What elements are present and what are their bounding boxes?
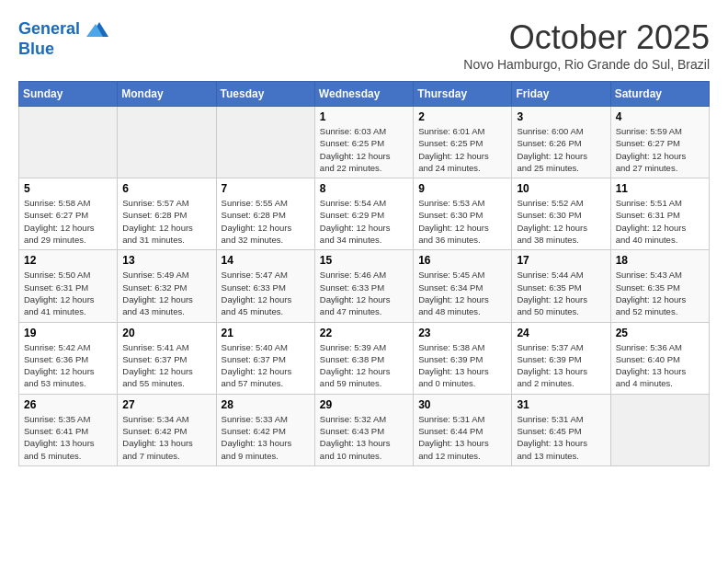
weekday-header-saturday: Saturday [610,82,709,107]
day-number: 30 [418,398,506,411]
calendar-cell: 19Sunrise: 5:42 AM Sunset: 6:36 PM Dayli… [19,322,118,394]
calendar-week-2: 5Sunrise: 5:58 AM Sunset: 6:27 PM Daylig… [19,178,710,250]
day-number: 13 [122,254,210,267]
calendar-cell: 20Sunrise: 5:41 AM Sunset: 6:37 PM Dayli… [118,322,216,394]
calendar-cell: 31Sunrise: 5:31 AM Sunset: 6:45 PM Dayli… [512,394,610,465]
day-info: Sunrise: 6:01 AM Sunset: 6:25 PM Dayligh… [418,125,506,174]
day-info: Sunrise: 5:31 AM Sunset: 6:45 PM Dayligh… [517,413,605,462]
calendar-cell: 25Sunrise: 5:36 AM Sunset: 6:40 PM Dayli… [610,322,709,394]
calendar-cell: 8Sunrise: 5:54 AM Sunset: 6:29 PM Daylig… [314,178,413,250]
day-info: Sunrise: 5:37 AM Sunset: 6:39 PM Dayligh… [517,341,605,390]
day-info: Sunrise: 5:34 AM Sunset: 6:42 PM Dayligh… [122,413,210,462]
day-info: Sunrise: 5:38 AM Sunset: 6:39 PM Dayligh… [418,341,506,390]
calendar-cell: 29Sunrise: 5:32 AM Sunset: 6:43 PM Dayli… [314,394,413,465]
day-info: Sunrise: 5:35 AM Sunset: 6:41 PM Dayligh… [24,413,112,462]
day-info: Sunrise: 5:43 AM Sunset: 6:35 PM Dayligh… [616,269,704,317]
calendar-cell: 12Sunrise: 5:50 AM Sunset: 6:31 PM Dayli… [19,250,118,322]
day-info: Sunrise: 5:51 AM Sunset: 6:31 PM Dayligh… [616,197,704,246]
day-number: 24 [517,327,605,339]
day-number: 15 [320,254,408,267]
calendar-cell [610,394,709,465]
day-info: Sunrise: 5:46 AM Sunset: 6:33 PM Dayligh… [320,269,408,317]
calendar-cell [19,107,118,178]
calendar-cell: 17Sunrise: 5:44 AM Sunset: 6:35 PM Dayli… [512,250,610,322]
day-info: Sunrise: 5:52 AM Sunset: 6:30 PM Dayligh… [517,197,605,246]
day-number: 23 [418,327,506,339]
day-info: Sunrise: 5:44 AM Sunset: 6:35 PM Dayligh… [517,269,605,317]
calendar-cell: 13Sunrise: 5:49 AM Sunset: 6:32 PM Dayli… [118,250,216,322]
calendar-cell: 18Sunrise: 5:43 AM Sunset: 6:35 PM Dayli… [610,250,709,322]
day-number: 11 [616,182,704,195]
calendar-cell: 9Sunrise: 5:53 AM Sunset: 6:30 PM Daylig… [414,178,512,250]
calendar-cell: 24Sunrise: 5:37 AM Sunset: 6:39 PM Dayli… [512,322,610,394]
day-info: Sunrise: 6:03 AM Sunset: 6:25 PM Dayligh… [320,125,408,174]
day-info: Sunrise: 5:40 AM Sunset: 6:37 PM Dayligh… [222,341,310,390]
day-number: 17 [517,254,605,267]
day-info: Sunrise: 5:45 AM Sunset: 6:34 PM Dayligh… [418,269,506,317]
day-info: Sunrise: 5:41 AM Sunset: 6:37 PM Dayligh… [122,341,210,390]
day-info: Sunrise: 5:53 AM Sunset: 6:30 PM Dayligh… [418,197,506,246]
logo-blue: Blue [18,40,54,58]
day-number: 6 [122,182,210,195]
day-number: 4 [616,110,704,123]
calendar-cell: 27Sunrise: 5:34 AM Sunset: 6:42 PM Dayli… [118,394,216,465]
day-number: 16 [418,254,506,267]
calendar-cell: 10Sunrise: 5:52 AM Sunset: 6:30 PM Dayli… [512,178,610,250]
calendar-cell: 26Sunrise: 5:35 AM Sunset: 6:41 PM Dayli… [19,394,118,465]
calendar-cell: 23Sunrise: 5:38 AM Sunset: 6:39 PM Dayli… [414,322,512,394]
day-number: 1 [320,110,408,123]
day-info: Sunrise: 5:49 AM Sunset: 6:32 PM Dayligh… [122,269,210,317]
calendar-cell: 6Sunrise: 5:57 AM Sunset: 6:28 PM Daylig… [118,178,216,250]
calendar-cell: 22Sunrise: 5:39 AM Sunset: 6:38 PM Dayli… [314,322,413,394]
day-number: 25 [616,327,704,339]
calendar-cell: 30Sunrise: 5:31 AM Sunset: 6:44 PM Dayli… [414,394,512,465]
day-number: 21 [222,327,310,339]
calendar-cell [216,107,314,178]
day-info: Sunrise: 5:50 AM Sunset: 6:31 PM Dayligh… [24,269,112,317]
day-number: 10 [517,182,605,195]
calendar-cell: 2Sunrise: 6:01 AM Sunset: 6:25 PM Daylig… [414,107,512,178]
day-info: Sunrise: 5:57 AM Sunset: 6:28 PM Dayligh… [122,197,210,246]
day-number: 12 [24,254,112,267]
day-info: Sunrise: 5:47 AM Sunset: 6:33 PM Dayligh… [222,269,310,317]
day-number: 19 [24,327,112,339]
day-info: Sunrise: 5:31 AM Sunset: 6:44 PM Dayligh… [418,413,506,462]
day-info: Sunrise: 5:58 AM Sunset: 6:27 PM Dayligh… [24,197,112,246]
calendar-week-1: 1Sunrise: 6:03 AM Sunset: 6:25 PM Daylig… [19,107,710,178]
location: Novo Hamburgo, Rio Grande do Sul, Brazil [463,57,710,72]
day-info: Sunrise: 5:33 AM Sunset: 6:42 PM Dayligh… [222,413,310,462]
day-info: Sunrise: 5:55 AM Sunset: 6:28 PM Dayligh… [222,197,310,246]
day-number: 14 [222,254,310,267]
weekday-header-sunday: Sunday [19,82,118,107]
day-number: 3 [517,110,605,123]
calendar-cell [118,107,216,178]
calendar-cell: 16Sunrise: 5:45 AM Sunset: 6:34 PM Dayli… [414,250,512,322]
day-number: 9 [418,182,506,195]
day-number: 18 [616,254,704,267]
day-number: 27 [122,398,210,411]
calendar-cell: 21Sunrise: 5:40 AM Sunset: 6:37 PM Dayli… [216,322,314,394]
day-info: Sunrise: 5:59 AM Sunset: 6:27 PM Dayligh… [616,125,704,174]
day-info: Sunrise: 5:36 AM Sunset: 6:40 PM Dayligh… [616,341,704,390]
logo-text: General Blue [18,18,108,59]
day-number: 31 [517,398,605,411]
logo: General Blue [18,18,108,59]
calendar-cell: 14Sunrise: 5:47 AM Sunset: 6:33 PM Dayli… [216,250,314,322]
calendar-cell: 7Sunrise: 5:55 AM Sunset: 6:28 PM Daylig… [216,178,314,250]
calendar-week-3: 12Sunrise: 5:50 AM Sunset: 6:31 PM Dayli… [19,250,710,322]
calendar-cell: 11Sunrise: 5:51 AM Sunset: 6:31 PM Dayli… [610,178,709,250]
calendar-week-4: 19Sunrise: 5:42 AM Sunset: 6:36 PM Dayli… [19,322,710,394]
calendar-week-5: 26Sunrise: 5:35 AM Sunset: 6:41 PM Dayli… [19,394,710,465]
calendar-cell: 15Sunrise: 5:46 AM Sunset: 6:33 PM Dayli… [314,250,413,322]
calendar-header-row: SundayMondayTuesdayWednesdayThursdayFrid… [19,82,710,107]
weekday-header-tuesday: Tuesday [216,82,314,107]
weekday-header-thursday: Thursday [414,82,512,107]
day-number: 2 [418,110,506,123]
weekday-header-monday: Monday [118,82,216,107]
calendar-cell: 1Sunrise: 6:03 AM Sunset: 6:25 PM Daylig… [314,107,413,178]
weekday-header-friday: Friday [512,82,610,107]
calendar-cell: 28Sunrise: 5:33 AM Sunset: 6:42 PM Dayli… [216,394,314,465]
day-number: 8 [320,182,408,195]
day-number: 7 [222,182,310,195]
day-number: 26 [24,398,112,411]
